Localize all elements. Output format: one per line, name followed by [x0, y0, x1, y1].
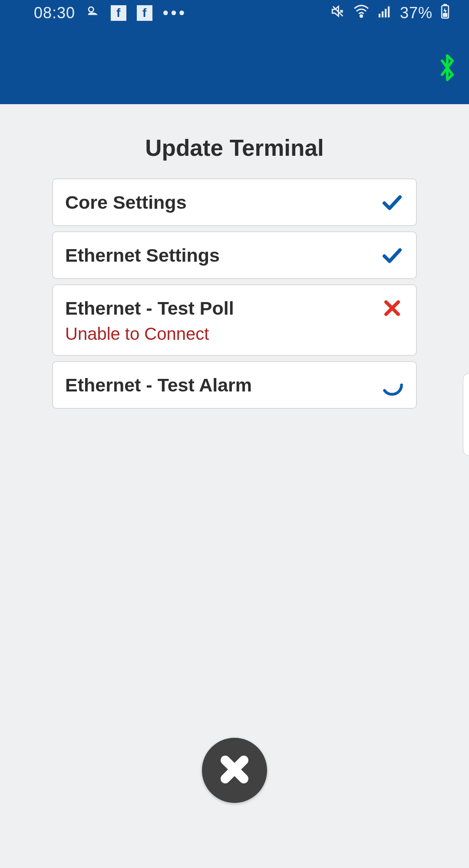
cross-icon	[380, 296, 404, 320]
battery-percent: 37%	[400, 4, 433, 22]
card-ethernet-test-alarm[interactable]: Ethernet - Test Alarm	[52, 361, 417, 409]
more-dots-icon: •••	[163, 4, 187, 22]
page-title: Update Terminal	[0, 135, 469, 161]
status-time: 08:30	[34, 4, 75, 22]
svg-rect-5	[388, 6, 390, 17]
svg-point-1	[360, 15, 362, 17]
svg-rect-2	[379, 13, 380, 17]
scroll-indicator[interactable]	[463, 373, 469, 456]
card-ethernet-settings[interactable]: Ethernet Settings	[52, 231, 417, 279]
check-icon	[380, 243, 404, 267]
card-title: Ethernet Settings	[65, 245, 220, 266]
card-ethernet-test-poll[interactable]: Ethernet - Test Poll Unable to Connect	[52, 284, 417, 356]
cards-list: Core Settings Ethernet Settings Ethernet…	[0, 178, 469, 409]
card-core-settings[interactable]: Core Settings	[52, 178, 417, 226]
check-icon	[380, 191, 404, 214]
status-left: 08:30 f f •••	[34, 4, 187, 23]
bluetooth-icon	[437, 52, 458, 85]
svg-rect-7	[443, 4, 447, 6]
battery-icon	[440, 4, 450, 23]
spinner-icon	[380, 373, 404, 397]
facebook-icon-2: f	[137, 5, 152, 21]
weather-icon	[86, 4, 100, 23]
svg-point-11	[383, 375, 401, 394]
mute-icon	[330, 4, 345, 23]
close-icon	[221, 756, 248, 785]
facebook-icon: f	[111, 5, 126, 21]
card-title: Ethernet - Test Alarm	[65, 375, 252, 396]
close-button[interactable]	[202, 738, 267, 803]
svg-rect-8	[443, 13, 447, 16]
card-error-text: Unable to Connect	[65, 324, 404, 344]
svg-point-0	[89, 7, 93, 12]
card-title: Core Settings	[65, 192, 187, 213]
status-bar: 08:30 f f ••• 37%	[0, 0, 469, 26]
app-header: 08:30 f f ••• 37%	[0, 0, 469, 104]
svg-rect-3	[382, 11, 383, 17]
wifi-icon	[353, 3, 370, 23]
card-title: Ethernet - Test Poll	[65, 298, 234, 319]
signal-icon	[377, 4, 392, 23]
status-right: 37%	[330, 3, 450, 23]
svg-rect-4	[385, 9, 386, 17]
